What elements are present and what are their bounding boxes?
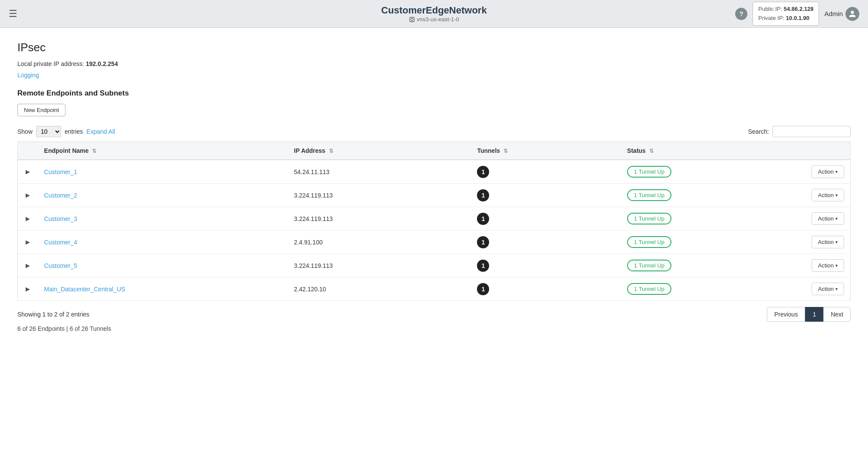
header-right: ? Public IP: 54.86.2.128 Private IP: 10.… [735, 2, 859, 26]
network-icon [409, 16, 415, 23]
status-badge: 1 Tunnel Up [627, 283, 671, 295]
section-title: Remote Endpoints and Subnets [17, 89, 851, 98]
help-button[interactable]: ? [735, 8, 747, 20]
table-row: ▶ Customer_5 3.224.119.113 1 1 Tunnel Up… [18, 254, 851, 277]
action-button[interactable]: Action ▾ [812, 259, 844, 272]
table-footer: Showing 1 to 2 of 2 entries Previous 1 N… [17, 307, 851, 322]
table-body: ▶ Customer_1 54.24.11.113 1 1 Tunnel Up … [18, 160, 851, 301]
search-label: Search: [748, 128, 769, 135]
entries-label: entries [65, 128, 83, 135]
tunnel-count-badge: 1 [477, 189, 489, 201]
ip-address-cell: 2.42.120.10 [288, 277, 471, 301]
expand-cell: ▶ [18, 184, 38, 207]
action-button[interactable]: Action ▾ [812, 236, 844, 248]
expand-all-link[interactable]: Expand All [86, 128, 115, 135]
chevron-down-icon: ▾ [835, 193, 838, 198]
status-cell: 1 Tunnel Up [621, 160, 804, 184]
chevron-down-icon: ▾ [835, 240, 838, 244]
expand-row-button[interactable]: ▶ [24, 168, 32, 176]
action-button[interactable]: Action ▾ [812, 212, 844, 225]
tunnel-count-badge: 1 [477, 213, 489, 225]
expand-row-button[interactable]: ▶ [24, 285, 32, 293]
page-1-button[interactable]: 1 [805, 307, 823, 322]
action-cell: Action ▾ [804, 277, 850, 301]
status-badge: 1 Tunnel Up [627, 236, 671, 248]
admin-avatar [845, 7, 859, 21]
private-ip-label: Private IP: [758, 15, 784, 21]
expand-cell: ▶ [18, 231, 38, 254]
tunnels-cell: 1 [471, 184, 621, 207]
endpoint-name-link[interactable]: Customer_3 [44, 215, 77, 222]
tunnel-count-badge: 1 [477, 283, 489, 295]
endpoint-name-cell: Customer_3 [38, 207, 288, 231]
col-header-tunnels[interactable]: Tunnels ⇅ [471, 142, 621, 160]
action-button[interactable]: Action ▾ [812, 283, 844, 295]
endpoint-name-link[interactable]: Customer_5 [44, 262, 77, 269]
hamburger-menu-icon[interactable]: ☰ [9, 8, 17, 20]
expand-row-button[interactable]: ▶ [24, 238, 32, 246]
logging-link[interactable]: Logging [17, 72, 39, 79]
col-header-status[interactable]: Status ⇅ [621, 142, 804, 160]
show-label: Show [17, 128, 33, 135]
entries-select[interactable]: 10 25 50 100 [36, 126, 61, 137]
local-ip-value: 192.0.2.254 [86, 60, 118, 67]
previous-button[interactable]: Previous [767, 307, 805, 322]
sort-icon-name: ⇅ [92, 148, 96, 154]
svg-point-1 [411, 18, 413, 20]
public-ip-value: 54.86.2.128 [784, 6, 814, 12]
chevron-down-icon: ▾ [835, 263, 838, 268]
expand-cell: ▶ [18, 207, 38, 231]
endpoint-name-link[interactable]: Customer_4 [44, 239, 77, 246]
new-endpoint-button[interactable]: New Endpoint [17, 104, 66, 116]
action-button[interactable]: Action ▾ [812, 189, 844, 201]
ip-address-cell: 3.224.119.113 [288, 184, 471, 207]
endpoint-name-link[interactable]: Customer_1 [44, 168, 77, 175]
main-content: IPsec Local private IP address: 192.0.2.… [0, 28, 868, 455]
chevron-down-icon: ▾ [835, 287, 838, 291]
table-row: ▶ Main_Datacenter_Central_US 2.42.120.10… [18, 277, 851, 301]
status-cell: 1 Tunnel Up [621, 184, 804, 207]
expand-row-button[interactable]: ▶ [24, 191, 32, 199]
endpoint-name-link[interactable]: Customer_2 [44, 192, 77, 199]
endpoint-name-cell: Customer_4 [38, 231, 288, 254]
search-input[interactable] [773, 126, 851, 137]
showing-text: Showing 1 to 2 of 2 entries [17, 311, 89, 318]
status-badge: 1 Tunnel Up [627, 189, 671, 201]
chevron-down-icon: ▾ [835, 216, 838, 221]
header-center: CustomerEdgeNetwork vns3-us-east-1-0 [381, 5, 487, 23]
action-button[interactable]: Action ▾ [812, 165, 844, 178]
chevron-down-icon: ▾ [835, 169, 838, 174]
tunnels-cell: 1 [471, 254, 621, 277]
public-ip-label: Public IP: [758, 6, 782, 12]
ip-address-cell: 54.24.11.113 [288, 160, 471, 184]
expand-row-button[interactable]: ▶ [24, 261, 32, 270]
ip-info-box: Public IP: 54.86.2.128 Private IP: 10.0.… [753, 2, 819, 26]
tunnels-cell: 1 [471, 160, 621, 184]
endpoints-table: Endpoint Name ⇅ IP Address ⇅ Tunnels ⇅ S… [17, 142, 851, 301]
table-header: Endpoint Name ⇅ IP Address ⇅ Tunnels ⇅ S… [18, 142, 851, 160]
expand-row-button[interactable]: ▶ [24, 214, 32, 223]
next-button[interactable]: Next [823, 307, 851, 322]
header: ☰ CustomerEdgeNetwork vns3-us-east-1-0 ?… [0, 0, 868, 28]
status-badge: 1 Tunnel Up [627, 260, 671, 271]
expand-cell: ▶ [18, 160, 38, 184]
search-area: Search: [748, 126, 851, 137]
show-entries-control: Show 10 25 50 100 entries Expand All [17, 126, 115, 137]
col-header-name[interactable]: Endpoint Name ⇅ [38, 142, 288, 160]
status-cell: 1 Tunnel Up [621, 231, 804, 254]
endpoint-name-cell: Customer_5 [38, 254, 288, 277]
pagination: Previous 1 Next [767, 307, 851, 322]
private-ip-value: 10.0.1.90 [786, 15, 809, 21]
tunnels-cell: 1 [471, 277, 621, 301]
status-cell: 1 Tunnel Up [621, 254, 804, 277]
ip-address-cell: 2.4.91.100 [288, 231, 471, 254]
status-badge: 1 Tunnel Up [627, 166, 671, 178]
tunnel-count-badge: 1 [477, 166, 489, 178]
col-header-ip[interactable]: IP Address ⇅ [288, 142, 471, 160]
endpoint-name-link[interactable]: Main_Datacenter_Central_US [44, 286, 125, 293]
status-cell: 1 Tunnel Up [621, 277, 804, 301]
admin-menu[interactable]: Admin [824, 7, 859, 21]
summary-text: 6 of 26 Endpoints | 6 of 26 Tunnels [17, 325, 851, 332]
action-cell: Action ▾ [804, 184, 850, 207]
action-cell: Action ▾ [804, 207, 850, 231]
